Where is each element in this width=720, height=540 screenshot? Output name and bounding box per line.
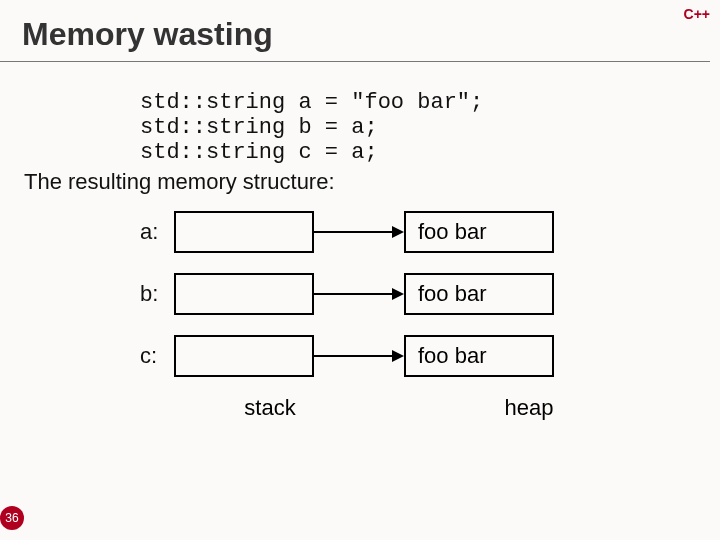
language-badge: C++ [684, 6, 710, 22]
stack-box [174, 273, 314, 315]
stack-box [174, 211, 314, 253]
arrow-icon [392, 226, 404, 238]
heap-label: heap [454, 395, 604, 421]
code-block: std::string a = "foo bar"; std::string b… [140, 90, 720, 165]
code-line-1: std::string a = "foo bar"; [140, 90, 483, 115]
heap-box: foo bar [404, 273, 554, 315]
pointer-arrow [314, 273, 404, 315]
memory-row: c: foo bar [140, 333, 640, 379]
result-caption: The resulting memory structure: [24, 169, 720, 195]
heap-box: foo bar [404, 335, 554, 377]
pointer-arrow [314, 211, 404, 253]
stack-box [174, 335, 314, 377]
stack-label: stack [200, 395, 340, 421]
heap-box: foo bar [404, 211, 554, 253]
code-line-2: std::string b = a; [140, 115, 378, 140]
pointer-arrow [314, 335, 404, 377]
memory-row: b: foo bar [140, 271, 640, 317]
code-line-3: std::string c = a; [140, 140, 378, 165]
slide-number-badge: 36 [0, 506, 24, 530]
var-label-b: b: [140, 281, 174, 307]
arrow-icon [392, 350, 404, 362]
memory-diagram: a: foo bar b: foo bar c: foo bar stack h… [140, 209, 640, 421]
memory-section-labels: stack heap [140, 395, 640, 421]
memory-row: a: foo bar [140, 209, 640, 255]
var-label-a: a: [140, 219, 174, 245]
var-label-c: c: [140, 343, 174, 369]
slide-title: Memory wasting [0, 0, 710, 62]
arrow-icon [392, 288, 404, 300]
